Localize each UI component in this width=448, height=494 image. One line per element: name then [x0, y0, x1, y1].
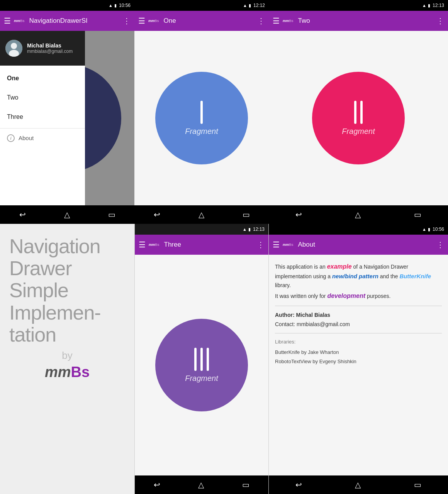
about-libraries-label: Libraries: — [275, 338, 442, 346]
drawer-items: One Two Three i About — [0, 66, 85, 205]
about-newbind: new/bind pattern — [332, 273, 378, 279]
back-button-tc[interactable]: ↩ — [154, 210, 160, 219]
bar-1 — [194, 348, 197, 371]
about-lib-2: RobotoTextView by Evgeny Shishkin — [275, 358, 442, 366]
status-bar-bottom-center: ▲ ▮ 12:13 — [135, 224, 268, 235]
about-content: This application is an example of a Navi… — [269, 255, 448, 475]
nav-bar-top-right: ↩ △ ▭ — [269, 205, 448, 224]
back-button-tr[interactable]: ↩ — [295, 210, 302, 219]
nav-bar-bottom-right: ↩ △ ▭ — [269, 475, 448, 494]
about-paragraph-1: This application is an example of a Navi… — [275, 262, 442, 289]
avatar — [5, 40, 22, 57]
panel-bottom-left: NavigationDrawerSimpleImplemen-tation by… — [0, 224, 134, 494]
recents-button-bc[interactable]: ▭ — [242, 480, 249, 489]
hamburger-icon-tr[interactable]: ☰ — [273, 16, 280, 25]
fragment-three-bars — [194, 348, 209, 371]
back-button[interactable]: ↩ — [19, 210, 26, 219]
fragment-two-circle: Fragment — [312, 72, 405, 164]
mmbs-logo: mm Bs — [14, 19, 25, 23]
about-line1-post: and the — [378, 273, 400, 279]
by-text: by — [9, 350, 125, 362]
fragment-two-bars — [354, 101, 363, 124]
app-bar-bottom-center: ☰ mm Bs Three ⋮ — [135, 235, 268, 255]
overflow-icon-bc[interactable]: ⋮ — [257, 240, 265, 249]
bar-1 — [200, 101, 203, 124]
app-bar-bottom-right: ☰ mm Bs About ⋮ — [269, 235, 448, 255]
back-button-br[interactable]: ↩ — [295, 480, 302, 489]
bar-2 — [200, 348, 203, 371]
hamburger-icon-br[interactable]: ☰ — [273, 240, 280, 249]
about-example: example — [327, 263, 352, 270]
fragment-two-label: Fragment — [342, 127, 375, 136]
fragment-one-label: Fragment — [185, 127, 218, 136]
overflow-icon-br[interactable]: ⋮ — [436, 240, 444, 249]
home-button-tr[interactable]: △ — [355, 210, 361, 219]
recents-button-tr[interactable]: ▭ — [414, 210, 421, 219]
mmbs-logo-tr: mm Bs — [283, 19, 294, 23]
status-bar-top-left: ▲ ▮ 10:56 — [0, 0, 134, 11]
hamburger-icon-bc[interactable]: ☰ — [139, 240, 146, 249]
about-development: development — [327, 293, 365, 299]
fragment-one-container: Fragment — [134, 31, 269, 205]
mmbs-logo-br: mm Bs — [283, 243, 294, 247]
drawer-user-name: Michal Bialas — [27, 42, 73, 49]
app-bar-top-left: ☰ mm Bs NavigationDrawerSI ⋮ — [0, 11, 134, 31]
fragment-three-label: Fragment — [185, 374, 218, 383]
app-bar-title-bottom-right: About — [298, 241, 433, 249]
home-button-tc[interactable]: △ — [199, 210, 204, 219]
panel-top-left: ▲ ▮ 10:56 ☰ mm Bs NavigationDrawerSI ⋮ — [0, 0, 134, 224]
big-title: NavigationDrawerSimpleImplemen-tation — [9, 235, 125, 346]
about-lib-1: ButterKnife by Jake Wharton — [275, 349, 442, 357]
about-contact: Contact: mmbialas@gmail.com — [275, 320, 442, 328]
nav-bar-top-center: ↩ △ ▭ — [134, 205, 269, 224]
battery-icon: ▮ — [114, 3, 117, 8]
home-button-br[interactable]: △ — [355, 480, 361, 489]
drawer-item-two[interactable]: Two — [0, 88, 85, 107]
time-bottom-center: 12:13 — [253, 227, 265, 232]
recents-button-br[interactable]: ▭ — [414, 480, 421, 489]
drawer-item-three[interactable]: Three — [0, 107, 85, 127]
overflow-icon-tc[interactable]: ⋮ — [257, 16, 265, 25]
fragment-three-container: Fragment — [135, 255, 268, 475]
time-top-center: 12:12 — [253, 3, 265, 8]
info-icon: i — [7, 134, 15, 142]
back-button-bc[interactable]: ↩ — [154, 480, 160, 489]
home-button-bc[interactable]: △ — [198, 480, 204, 489]
wifi-icon-bc: ▲ — [243, 227, 247, 232]
drawer-item-one[interactable]: One — [0, 69, 85, 88]
hamburger-icon[interactable]: ☰ — [4, 16, 11, 25]
bar-3 — [207, 348, 209, 371]
overflow-icon-top-left[interactable]: ⋮ — [123, 16, 131, 25]
drawer-item-about[interactable]: i About — [0, 128, 85, 147]
wifi-icon-br: ▲ — [422, 227, 426, 232]
battery-icon-tc: ▮ — [249, 3, 251, 8]
bar-2 — [360, 101, 363, 124]
about-line1-pre: This application is an — [275, 264, 327, 270]
svg-point-1 — [11, 43, 17, 49]
about-line2-pre: It was written only for — [275, 293, 327, 299]
hamburger-icon-tc[interactable]: ☰ — [138, 16, 145, 25]
status-bar-top-center: ▲ ▮ 12:12 — [134, 0, 269, 11]
drawer-overlay[interactable] — [85, 31, 134, 205]
recents-button-tc[interactable]: ▭ — [243, 210, 250, 219]
app-bar-title-top-right: Two — [298, 17, 433, 25]
overflow-icon-tr[interactable]: ⋮ — [436, 16, 444, 25]
about-divider-2 — [275, 333, 442, 333]
home-button[interactable]: △ — [64, 210, 70, 219]
recents-button[interactable]: ▭ — [108, 210, 115, 219]
app-bar-title-top-center: One — [164, 17, 254, 25]
app-bar-top-right: ☰ mm Bs Two ⋮ — [269, 11, 448, 31]
status-icons: ▲ ▮ — [109, 3, 117, 8]
time-bottom-right: 10:56 — [433, 227, 444, 232]
fragment-one-circle: Fragment — [155, 72, 248, 164]
drawer-user-info: Michal Bialas mmbialas@gmail.com — [27, 42, 73, 54]
drawer-user-email: mmbialas@gmail.com — [27, 49, 73, 54]
battery-icon-bc: ▮ — [248, 227, 251, 232]
panel-top-right: ▲ ▮ 12:13 ☰ mm Bs Two ⋮ Fragment — [269, 0, 448, 224]
panel-top-center: ▲ ▮ 12:12 ☰ mm Bs One ⋮ Fragment ↩ △ — [134, 0, 269, 224]
about-paragraph-2: It was written only for development purp… — [275, 291, 442, 301]
drawer-header: Michal Bialas mmbialas@gmail.com — [0, 31, 85, 66]
bs-big: Bs — [71, 364, 90, 381]
mmbs-logo-bc: mm Bs — [149, 243, 160, 247]
about-divider-1 — [275, 306, 442, 306]
